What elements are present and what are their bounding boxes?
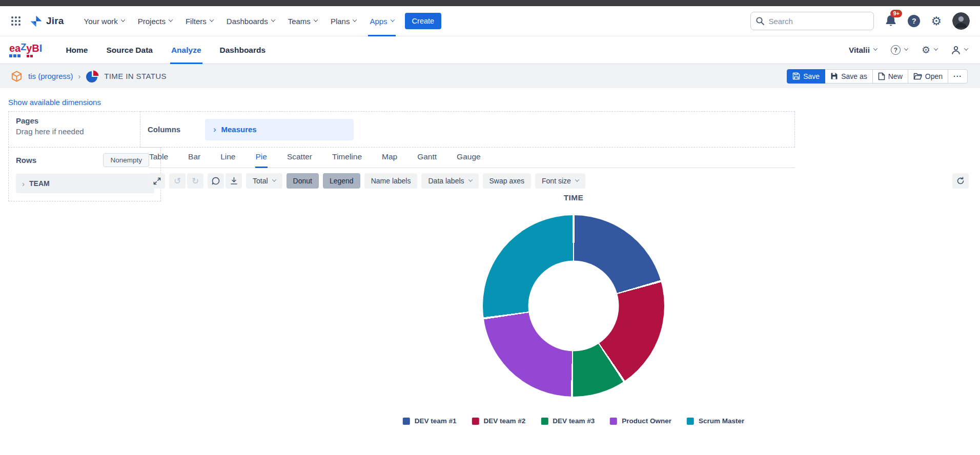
chevron-down-icon [272,177,276,181]
chevron-down-icon [468,177,472,181]
notifications-button[interactable]: 9+ [885,14,897,28]
donut-button[interactable]: Donut [287,173,319,189]
legend-button[interactable]: Legend [323,173,360,189]
tab-pie[interactable]: Pie [255,151,268,168]
breadcrumb-separator: › [78,72,81,80]
create-button[interactable]: Create [405,13,442,29]
settings-button[interactable]: ⚙ [931,15,942,27]
nonempty-button[interactable]: Nonempty [103,153,149,167]
jira-menu-plans[interactable]: Plans [324,6,363,36]
eazybi-settings-menu[interactable]: ⚙ [922,45,937,55]
legend-item-dev-team-3[interactable]: DEV team #3 [541,417,595,425]
expand-icon [153,177,161,185]
user-avatar[interactable] [952,12,970,30]
legend-swatch [472,418,479,425]
report-header-bar: tis (progress) › TIME IN STATUS SaveSave… [0,64,980,88]
chevron-down-icon [271,17,275,22]
tab-map[interactable]: Map [381,151,398,168]
new-button[interactable]: New [872,69,908,84]
columns-dropzone[interactable]: Columns › Measures [140,111,795,148]
tab-bar[interactable]: Bar [188,151,201,168]
jira-menu-your-work[interactable]: Your work [77,6,131,36]
refresh-button[interactable] [952,173,969,189]
search-input[interactable] [750,12,874,30]
button-label: ··· [953,72,962,80]
jira-menu-dashboards[interactable]: Dashboards [220,6,281,36]
chevron-down-icon [575,177,579,181]
font-size-button[interactable]: Font size [535,173,585,189]
comment-export-group [208,173,242,189]
legend-item-dev-team-1[interactable]: DEV team #1 [403,417,457,425]
save-icon [792,72,800,80]
more-button[interactable]: ··· [948,69,968,84]
jira-logo-text: Jira [46,15,64,27]
legend-label: DEV team #2 [484,417,526,425]
jira-menu-projects[interactable]: Projects [131,6,179,36]
tab-timeline[interactable]: Timeline [332,151,362,168]
eazybi-help-menu[interactable]: ? [891,45,908,55]
eazybi-tab-analyze[interactable]: Analyze [163,36,210,64]
measures-chip[interactable]: › Measures [205,119,354,140]
eazybi-user-menu[interactable] [951,46,968,55]
account-name: Vitalii [849,46,870,55]
chevron-down-icon [390,17,394,22]
legend-label: DEV team #3 [553,417,595,425]
open-button[interactable]: Open [908,69,948,84]
tab-gantt[interactable]: Gantt [417,151,437,168]
eazybi-tab-home[interactable]: Home [57,36,96,64]
eazybi-tab-source-data[interactable]: Source Data [98,36,160,64]
total-button[interactable]: Total [246,173,282,189]
pages-dropzone[interactable]: Pages Drag here if needed [8,111,140,148]
chevron-down-icon [121,17,125,22]
redo-button[interactable]: ↻ [187,173,203,189]
page: Jira Your workProjectsFiltersDashboardsT… [0,0,980,455]
legend-item-scrum-master[interactable]: Scrum Master [687,417,744,425]
save-button[interactable]: Save [787,69,825,84]
breadcrumb-account-link[interactable]: tis (progress) [28,72,73,80]
fullscreen-button[interactable] [149,173,165,189]
chart-toolbar: ↺ ↻ TotalDonutLegendName labelsData labe… [149,173,969,189]
donut-chart[interactable] [483,215,664,397]
show-dimensions-link[interactable]: Show available dimensions [8,98,101,107]
eazybi-menu: HomeSource DataAnalyzeDashboards [57,36,274,64]
legend-swatch [541,418,548,425]
export-button[interactable] [226,173,242,189]
chevron-right-icon: › [22,179,25,188]
rows-dropzone[interactable]: Rows Nonempty › TEAM [8,147,161,201]
legend-item-product-owner[interactable]: Product Owner [610,417,671,425]
jira-logo[interactable]: Jira [30,15,64,28]
help-button[interactable]: ? [908,15,920,27]
legend-item-dev-team-2[interactable]: DEV team #2 [472,417,526,425]
button-label: New [888,72,903,80]
new-document-icon [878,72,885,80]
pages-label: Pages [16,116,133,125]
tab-table[interactable]: Table [149,151,169,168]
report-actions: SaveSave asNewOpen··· [787,69,968,84]
jira-menu-apps[interactable]: Apps [363,6,400,36]
jira-menu-filters[interactable]: Filters [179,6,220,36]
tab-gauge[interactable]: Gauge [456,151,481,168]
undo-button[interactable]: ↺ [169,173,186,189]
legend-swatch [403,418,410,425]
team-dimension-chip[interactable]: › TEAM [16,174,154,193]
data-labels-button[interactable]: Data labels [421,173,478,189]
tab-scatter[interactable]: Scatter [287,151,313,168]
eazybi-tab-dashboards[interactable]: Dashboards [212,36,274,64]
name-labels-button[interactable]: Name labels [364,173,418,189]
save-as-button[interactable]: Save as [825,69,873,84]
account-menu[interactable]: Vitalii [849,46,877,55]
undo-redo-group: ↺ ↻ [169,173,203,189]
toolbar-controls: TotalDonutLegendName labelsData labelsSw… [246,173,585,189]
legend-swatch [610,418,617,425]
app-switcher-icon[interactable] [10,15,22,27]
eazybi-logo[interactable]: eaZyBI [9,43,42,57]
swap-axes-button[interactable]: Swap axes [483,173,531,189]
jira-main-menu: Your workProjectsFiltersDashboardsTeamsP… [77,6,401,36]
jira-menu-teams[interactable]: Teams [281,6,324,36]
tab-line[interactable]: Line [220,151,236,168]
comments-button[interactable] [208,173,224,189]
open-folder-icon [913,72,922,80]
rows-label: Rows [16,156,36,164]
legend-swatch [687,418,694,425]
chevron-down-icon [169,17,173,22]
